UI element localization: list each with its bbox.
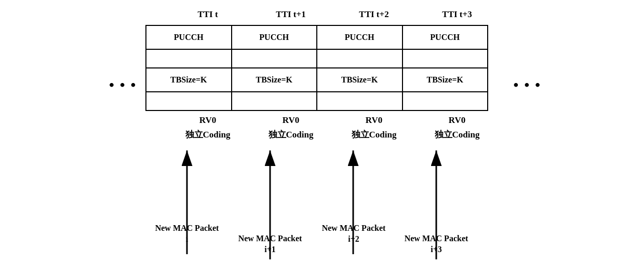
cell-empty-0: [146, 49, 232, 68]
table-row-tbsize: TBSize=K TBSize=K TBSize=K TBSize=K: [146, 68, 488, 92]
cell-empty2-3: [403, 92, 488, 110]
cell-tbsize-3: TBSize=K: [403, 68, 488, 92]
mac-packet-2-line1: New MAC Packet: [322, 224, 386, 232]
cell-tbsize-0: TBSize=K: [146, 68, 232, 92]
rv-label-2: RV0: [332, 115, 415, 126]
tti-col-1: TTI t+1: [249, 9, 332, 20]
cell-pucch-2: PUCCH: [317, 25, 403, 49]
mac-packet-0-line2: i: [186, 234, 188, 243]
tti-col-3: TTI t+3: [415, 9, 499, 20]
grid-table: PUCCH PUCCH PUCCH PUCCH TBSize=K TBSize=…: [145, 25, 488, 111]
table-row-pucch: PUCCH PUCCH PUCCH PUCCH: [146, 25, 488, 49]
cell-empty-3: [403, 49, 488, 68]
rv-label-3: RV0: [415, 115, 499, 126]
rv-label-1: RV0: [249, 115, 332, 126]
cell-empty2-0: [146, 92, 232, 110]
coding-labels: 独立Coding 独立Coding 独立Coding 独立Coding: [0, 129, 644, 141]
tti-col-0: TTI t: [166, 9, 249, 20]
mac-packet-2-line2: i+2: [348, 234, 359, 243]
coding-label-2: 独立Coding: [332, 129, 415, 141]
cell-empty-2: [317, 49, 403, 68]
mac-packet-1-line2: i+1: [264, 245, 276, 254]
ellipsis-right: • • •: [514, 77, 541, 93]
mac-packet-2: New MAC Packet i+2: [315, 223, 393, 245]
table-row-empty-1: [146, 49, 488, 68]
cell-empty2-1: [232, 92, 317, 110]
mac-packet-1-line1: New MAC Packet: [238, 234, 302, 243]
tti-headers: TTI t TTI t+1 TTI t+2 TTI t+3: [0, 9, 644, 20]
mac-packet-0: New MAC Packet i: [148, 223, 226, 245]
table-row-empty-2: [146, 92, 488, 110]
rv-labels: RV0 RV0 RV0 RV0: [0, 115, 644, 126]
tti-col-2: TTI t+2: [332, 9, 415, 20]
cell-pucch-1: PUCCH: [232, 25, 317, 49]
cell-pucch-0: PUCCH: [146, 25, 232, 49]
cell-pucch-3: PUCCH: [403, 25, 488, 49]
mac-packet-3: New MAC Packet i+3: [397, 233, 475, 255]
mac-packet-3-line2: i+3: [431, 245, 442, 254]
coding-label-0: 独立Coding: [166, 129, 249, 141]
mac-packet-0-line1: New MAC Packet: [155, 224, 219, 232]
cell-empty2-2: [317, 92, 403, 110]
ellipsis-left: • • •: [109, 77, 137, 93]
mac-packet-3-line1: New MAC Packet: [405, 234, 468, 243]
cell-tbsize-2: TBSize=K: [317, 68, 403, 92]
cell-empty-1: [232, 49, 317, 68]
rv-label-0: RV0: [166, 115, 249, 126]
mac-packet-1: New MAC Packet i+1: [231, 233, 309, 255]
cell-tbsize-1: TBSize=K: [232, 68, 317, 92]
coding-label-1: 独立Coding: [249, 129, 332, 141]
diagram-container: TTI t TTI t+1 TTI t+2 TTI t+3 PUCCH PUCC…: [0, 0, 644, 277]
coding-label-3: 独立Coding: [415, 129, 499, 141]
